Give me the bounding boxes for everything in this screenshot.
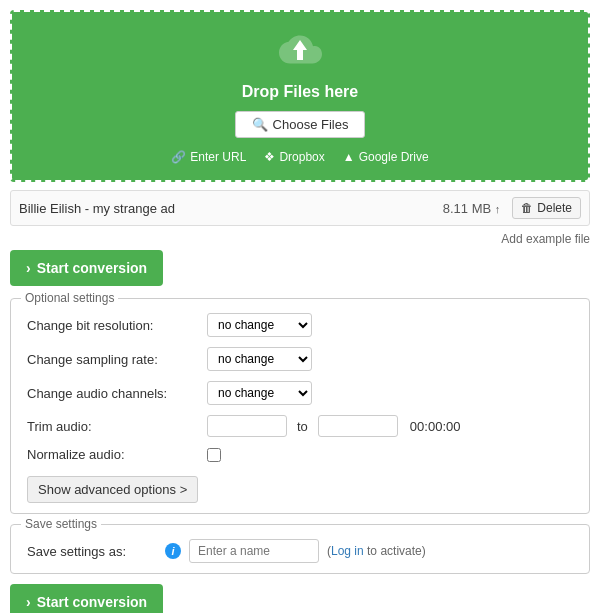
start-conversion-button-top[interactable]: › Start conversion [10, 250, 163, 286]
login-note: (Log in to activate) [327, 544, 426, 558]
trim-start-input[interactable] [207, 415, 287, 437]
dropbox-link[interactable]: ❖ Dropbox [264, 150, 324, 164]
audio-channels-select[interactable]: no change mono stereo [207, 381, 312, 405]
save-settings-label: Save settings as: [27, 544, 157, 559]
info-icon: i [165, 543, 181, 559]
search-icon: 🔍 [252, 117, 268, 132]
trim-audio-control: to 00:00:00 [207, 415, 460, 437]
choose-files-label: Choose Files [273, 117, 349, 132]
normalize-audio-label: Normalize audio: [27, 447, 207, 462]
sampling-rate-select[interactable]: no change 8000 Hz 22050 Hz 44100 Hz 4800… [207, 347, 312, 371]
file-row: Billie Eilish - my strange ad 8.11 MB ↑ … [10, 190, 590, 226]
save-settings-title: Save settings [21, 517, 101, 531]
drop-text: Drop Files here [22, 83, 578, 101]
add-example-row: Add example file [10, 232, 590, 246]
normalize-audio-control [207, 448, 221, 462]
bit-resolution-control: no change 8 bit 16 bit 24 bit 32 bit [207, 313, 312, 337]
audio-channels-control: no change mono stereo [207, 381, 312, 405]
save-row: Save settings as: i (Log in to activate) [27, 539, 573, 563]
file-name: Billie Eilish - my strange ad [19, 201, 431, 216]
normalize-checkbox[interactable] [207, 448, 221, 462]
add-example-link[interactable]: Add example file [501, 232, 590, 246]
bit-resolution-label: Change bit resolution: [27, 318, 207, 333]
google-drive-link[interactable]: ▲ Google Drive [343, 150, 429, 164]
trim-audio-row: Trim audio: to 00:00:00 [27, 415, 573, 437]
trim-end-input[interactable] [318, 415, 398, 437]
file-size: 8.11 MB ↑ [443, 201, 501, 216]
login-link[interactable]: Log in [331, 544, 364, 558]
audio-channels-row: Change audio channels: no change mono st… [27, 381, 573, 405]
bit-resolution-row: Change bit resolution: no change 8 bit 1… [27, 313, 573, 337]
enter-url-link[interactable]: 🔗 Enter URL [171, 150, 246, 164]
sampling-rate-label: Change sampling rate: [27, 352, 207, 367]
start-conversion-button-bottom[interactable]: › Start conversion [10, 584, 163, 613]
advanced-options-button[interactable]: Show advanced options > [27, 476, 198, 503]
drive-icon: ▲ [343, 150, 355, 164]
delete-button[interactable]: 🗑 Delete [512, 197, 581, 219]
trim-time-display: 00:00:00 [410, 419, 461, 434]
sampling-rate-row: Change sampling rate: no change 8000 Hz … [27, 347, 573, 371]
page-wrapper: Drop Files here 🔍 Choose Files 🔗 Enter U… [0, 0, 600, 613]
optional-settings-title: Optional settings [21, 291, 118, 305]
normalize-audio-row: Normalize audio: [27, 447, 573, 462]
trim-to-label: to [297, 419, 308, 434]
chevron-icon-bottom: › [26, 594, 31, 610]
bit-resolution-select[interactable]: no change 8 bit 16 bit 24 bit 32 bit [207, 313, 312, 337]
trim-audio-label: Trim audio: [27, 419, 207, 434]
link-icon: 🔗 [171, 150, 186, 164]
chevron-icon: › [26, 260, 31, 276]
sampling-rate-control: no change 8000 Hz 22050 Hz 44100 Hz 4800… [207, 347, 312, 371]
upload-status-icon: ↑ [495, 203, 501, 215]
audio-channels-label: Change audio channels: [27, 386, 207, 401]
drop-zone[interactable]: Drop Files here 🔍 Choose Files 🔗 Enter U… [10, 10, 590, 182]
drop-links: 🔗 Enter URL ❖ Dropbox ▲ Google Drive [22, 150, 578, 164]
optional-settings-box: Optional settings Change bit resolution:… [10, 298, 590, 514]
choose-files-button[interactable]: 🔍 Choose Files [235, 111, 366, 138]
dropbox-icon: ❖ [264, 150, 275, 164]
save-name-input[interactable] [189, 539, 319, 563]
trash-icon: 🗑 [521, 201, 533, 215]
save-settings-box: Save settings Save settings as: i (Log i… [10, 524, 590, 574]
upload-icon [22, 32, 578, 77]
